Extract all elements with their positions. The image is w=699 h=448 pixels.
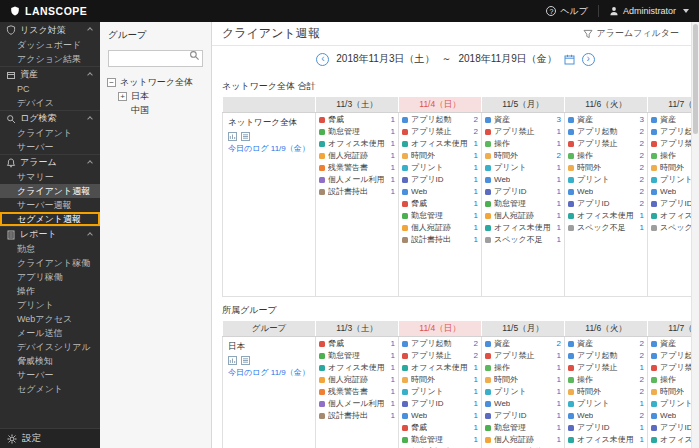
sidebar-item-クライアント週報[interactable]: クライアント週報 (0, 184, 100, 198)
alarm-count[interactable]: 1 (474, 162, 478, 173)
sidebar-section-資産[interactable]: 資産 (0, 66, 100, 82)
sidebar-item-セグメント週報[interactable]: セグメント週報 (0, 212, 100, 226)
alarm-filter-button[interactable]: アラームフィルター (583, 27, 679, 40)
alarm-count[interactable]: 1 (391, 150, 395, 161)
alarm-count[interactable]: 1 (391, 410, 395, 421)
calendar-icon[interactable] (564, 54, 575, 65)
alarm-count[interactable]: 1 (557, 234, 561, 245)
alarm-count[interactable]: 1 (391, 138, 395, 149)
alarm-count[interactable]: 2 (640, 350, 644, 361)
alarm-count[interactable]: 1 (640, 210, 644, 221)
alarm-count[interactable]: 2 (640, 126, 644, 137)
next-week-button[interactable]: › (582, 53, 595, 66)
tree-expander-icon[interactable]: + (118, 92, 127, 101)
alarm-count[interactable]: 1 (391, 350, 395, 361)
alarm-count[interactable]: 2 (640, 150, 644, 161)
list-icon[interactable] (241, 356, 250, 365)
alarm-count[interactable]: 1 (640, 222, 644, 233)
alarm-count[interactable]: 1 (474, 362, 478, 373)
alarm-count[interactable]: 1 (391, 374, 395, 385)
sidebar-item-settings[interactable]: 設定 (0, 428, 100, 448)
alarm-count[interactable]: 1 (474, 210, 478, 221)
alarm-count[interactable]: 2 (640, 174, 644, 185)
sidebar-item-サーバー[interactable]: サーバー (0, 368, 100, 382)
alarm-count[interactable]: 1 (474, 186, 478, 197)
alarm-count[interactable]: 1 (557, 386, 561, 397)
alarm-count[interactable]: 1 (474, 386, 478, 397)
alarm-count[interactable]: 2 (474, 126, 478, 137)
sidebar-item-Webアクセス[interactable]: Webアクセス (0, 312, 100, 326)
today-log-link[interactable]: 今日のログ 11/9（金） (228, 143, 310, 154)
sidebar-item-サーバー週報[interactable]: サーバー週報 (0, 198, 100, 212)
alarm-count[interactable]: 1 (391, 398, 395, 409)
alarm-count[interactable]: 1 (640, 434, 644, 445)
alarm-count[interactable]: 1 (474, 174, 478, 185)
alarm-count[interactable]: 1 (557, 434, 561, 445)
vertical-scrollbar[interactable] (691, 22, 699, 448)
alarm-count[interactable]: 1 (557, 174, 561, 185)
sidebar-item-デバイスシリアル[interactable]: デバイスシリアル (0, 340, 100, 354)
alarm-count[interactable]: 2 (474, 338, 478, 349)
alarm-count[interactable]: 1 (557, 398, 561, 409)
alarm-count[interactable]: 1 (557, 210, 561, 221)
alarm-count[interactable]: 2 (640, 374, 644, 385)
sidebar-item-ダッシュボード[interactable]: ダッシュボード (0, 38, 100, 52)
tree-expander-icon[interactable]: − (107, 78, 116, 87)
alarm-count[interactable]: 2 (474, 114, 478, 125)
alarm-count[interactable]: 1 (557, 222, 561, 233)
alarm-count[interactable]: 1 (557, 126, 561, 137)
alarm-count[interactable]: 1 (474, 422, 478, 433)
alarm-count[interactable]: 1 (474, 434, 478, 445)
alarm-count[interactable]: 1 (557, 186, 561, 197)
sidebar-item-プリント[interactable]: プリント (0, 298, 100, 312)
alarm-count[interactable]: 1 (474, 222, 478, 233)
alarm-count[interactable]: 1 (474, 138, 478, 149)
tree-item-中国[interactable]: 中国 (100, 104, 211, 118)
alarm-count[interactable]: 1 (391, 174, 395, 185)
alarm-count[interactable]: 1 (474, 410, 478, 421)
sidebar-item-PC[interactable]: PC (0, 82, 100, 96)
alarm-count[interactable]: 1 (557, 198, 561, 209)
alarm-count[interactable]: 1 (474, 398, 478, 409)
chart-icon[interactable] (228, 132, 237, 141)
tree-item-日本[interactable]: +日本 (100, 90, 211, 104)
alarm-count[interactable]: 1 (391, 126, 395, 137)
alarm-count[interactable]: 2 (640, 386, 644, 397)
help-button[interactable]: ? ヘルプ (546, 5, 588, 18)
scrollbar-thumb[interactable] (693, 24, 698, 134)
sidebar-section-ログ検索[interactable]: ログ検索 (0, 110, 100, 126)
alarm-count[interactable]: 2 (640, 410, 644, 421)
sidebar-section-レポート[interactable]: レポート (0, 226, 100, 242)
alarm-count[interactable]: 1 (557, 162, 561, 173)
search-icon[interactable] (189, 50, 200, 61)
alarm-count[interactable]: 2 (557, 150, 561, 161)
alarm-count[interactable]: 1 (557, 362, 561, 373)
alarm-count[interactable]: 1 (391, 338, 395, 349)
alarm-count[interactable]: 1 (391, 162, 395, 173)
sidebar-item-サーバー[interactable]: サーバー (0, 140, 100, 154)
alarm-count[interactable]: 2 (640, 338, 644, 349)
alarm-count[interactable]: 1 (640, 422, 644, 433)
alarm-count[interactable]: 2 (640, 138, 644, 149)
alarm-count[interactable]: 1 (557, 350, 561, 361)
alarm-count[interactable]: 1 (391, 362, 395, 373)
sidebar-item-クライアント[interactable]: クライアント (0, 126, 100, 140)
sidebar-item-脅威検知[interactable]: 脅威検知 (0, 354, 100, 368)
sidebar-item-メール送信[interactable]: メール送信 (0, 326, 100, 340)
alarm-count[interactable]: 2 (557, 338, 561, 349)
alarm-count[interactable]: 1 (391, 114, 395, 125)
user-menu[interactable]: Administrator (609, 6, 689, 16)
alarm-count[interactable]: 2 (640, 198, 644, 209)
alarm-count[interactable]: 1 (391, 386, 395, 397)
sidebar-section-アラーム[interactable]: アラーム (0, 154, 100, 170)
alarm-count[interactable]: 2 (474, 350, 478, 361)
list-icon[interactable] (241, 132, 250, 141)
alarm-count[interactable]: 1 (640, 398, 644, 409)
sidebar-item-セグメント[interactable]: セグメント (0, 382, 100, 396)
alarm-count[interactable]: 1 (557, 138, 561, 149)
alarm-count[interactable]: 2 (640, 186, 644, 197)
sidebar-item-アプリ稼働[interactable]: アプリ稼働 (0, 270, 100, 284)
today-log-link[interactable]: 今日のログ 11/9（金） (228, 367, 310, 378)
alarm-count[interactable]: 3 (557, 114, 561, 125)
alarm-count[interactable]: 3 (640, 114, 644, 125)
